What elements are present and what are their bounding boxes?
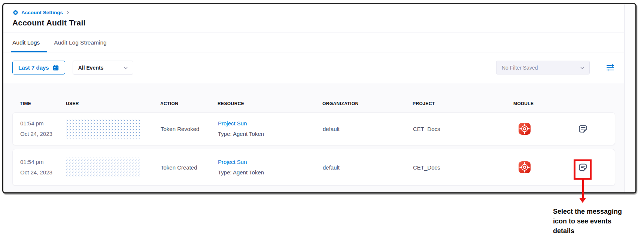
organization-cell: default: [323, 126, 413, 132]
module-cell: [514, 123, 559, 135]
table-header-row: TIME USER ACTION RESOURCE ORGANIZATION P…: [12, 101, 615, 106]
annotation-line: icon to see events: [553, 216, 644, 226]
right-gutter: [624, 4, 635, 192]
screenshot-canvas: Account Settings Account Audit Trail Aud…: [0, 0, 644, 250]
user-cell: [66, 119, 161, 138]
audit-table: TIME USER ACTION RESOURCE ORGANIZATION P…: [3, 83, 624, 192]
resource-link[interactable]: Project Sun: [218, 118, 247, 129]
saved-filter-value: No Filter Saved: [502, 65, 538, 71]
annotation-arrow-line: [582, 180, 584, 198]
action-cell: Token Created: [161, 164, 218, 171]
resource-type: Type: Agent Token: [218, 129, 323, 139]
column-header-details: [558, 101, 608, 106]
annotation-line: details: [553, 226, 644, 236]
chevron-down-icon: [123, 65, 129, 71]
calendar-icon: [52, 64, 59, 71]
tab-audit-log-streaming[interactable]: Audit Log Streaming: [54, 33, 106, 52]
redacted-user-pattern: [66, 158, 140, 177]
event-time: 01:54 pm: [20, 157, 66, 167]
column-header-resource: RESOURCE: [218, 101, 322, 106]
resource-cell: Project Sun Type: Agent Token: [218, 118, 323, 139]
saved-filter-select[interactable]: No Filter Saved: [496, 61, 590, 74]
column-header-module: MODULE: [513, 101, 558, 106]
breadcrumb-label[interactable]: Account Settings: [21, 10, 63, 15]
resource-cell: Project Sun Type: Agent Token: [218, 157, 323, 178]
filter-sliders-icon: [606, 63, 615, 72]
table-row: 01:54 pm Oct 24, 2023 Token Revoked Proj…: [12, 112, 615, 145]
annotation-line: Select the messaging: [553, 207, 644, 216]
column-header-project: PROJECT: [413, 101, 513, 106]
resource-link[interactable]: Project Sun: [218, 157, 247, 167]
main-content: Account Settings Account Audit Trail Aud…: [3, 4, 624, 192]
action-cell: Token Revoked: [161, 126, 218, 132]
page-header: Account Settings Account Audit Trail: [3, 4, 624, 33]
event-date: Oct 24, 2023: [20, 129, 66, 139]
annotation-highlight-box: [574, 159, 592, 180]
column-header-action: ACTION: [160, 101, 218, 106]
tab-audit-logs[interactable]: Audit Logs: [12, 33, 40, 52]
column-header-organization: ORGANIZATION: [322, 101, 413, 106]
chevron-down-icon: [579, 65, 585, 71]
table-row: 01:54 pm Oct 24, 2023 Token Created Proj…: [12, 149, 615, 186]
annotation-text: Select the messaging icon to see events …: [553, 207, 644, 236]
tab-bar: Audit Logs Audit Log Streaming: [3, 33, 624, 52]
event-time: 01:54 pm: [20, 118, 66, 129]
gear-icon: [12, 9, 19, 16]
tab-label: Audit Logs: [12, 39, 40, 46]
project-cell: CET_Docs: [413, 164, 514, 171]
tab-label: Audit Log Streaming: [54, 39, 106, 46]
event-type-value: All Events: [78, 65, 104, 71]
time-cell: 01:54 pm Oct 24, 2023: [20, 118, 66, 139]
redacted-user-pattern: [66, 119, 140, 138]
date-range-label: Last 7 days: [18, 64, 49, 71]
cet-target-icon: [519, 161, 531, 173]
app-window: Account Settings Account Audit Trail Aud…: [2, 3, 637, 193]
column-header-time: TIME: [20, 101, 66, 106]
breadcrumb[interactable]: Account Settings: [12, 9, 70, 16]
filter-settings-button[interactable]: [605, 63, 615, 73]
event-date: Oct 24, 2023: [20, 167, 66, 178]
details-cell: [559, 124, 607, 134]
resource-type: Type: Agent Token: [218, 167, 323, 178]
project-cell: CET_Docs: [413, 126, 514, 132]
date-range-button[interactable]: Last 7 days: [12, 61, 65, 74]
page-title: Account Audit Trail: [12, 18, 624, 27]
column-header-user: USER: [66, 101, 160, 106]
organization-cell: default: [323, 164, 413, 171]
cet-target-icon: [519, 123, 531, 135]
chevron-right-icon: [66, 10, 70, 15]
note-message-icon[interactable]: [578, 124, 588, 134]
user-cell: [66, 158, 161, 177]
filter-bar: Last 7 days Al: [3, 52, 624, 83]
annotation-arrow-head: [579, 198, 586, 203]
event-type-select[interactable]: All Events: [73, 61, 133, 74]
module-cell: [514, 161, 559, 173]
time-cell: 01:54 pm Oct 24, 2023: [20, 157, 66, 178]
